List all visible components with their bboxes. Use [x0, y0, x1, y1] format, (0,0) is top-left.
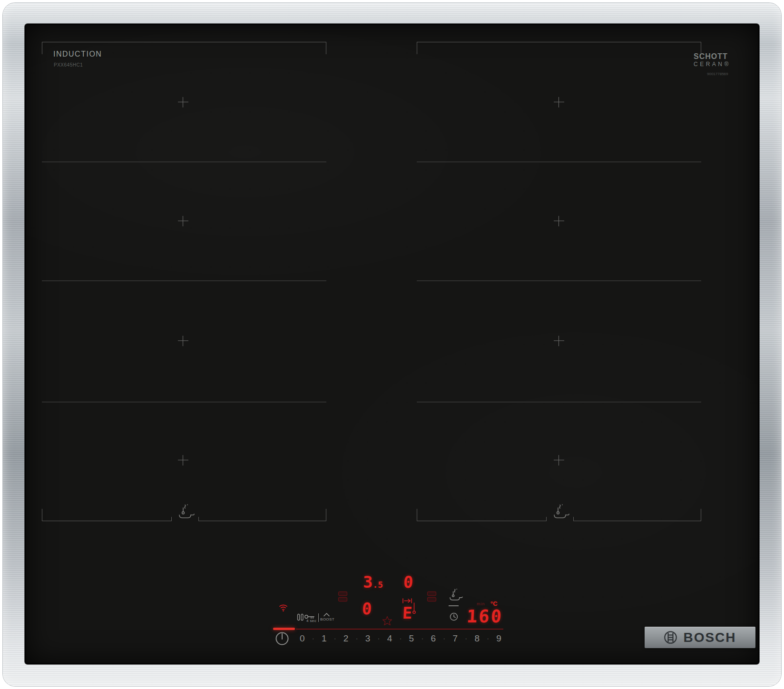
- boost-chevron-icon[interactable]: [323, 612, 330, 617]
- slider-dot: ·: [421, 635, 423, 641]
- slider-dot: ·: [378, 635, 380, 641]
- fry-sensor-icon: [550, 503, 570, 520]
- slider-number[interactable]: 7: [452, 634, 458, 643]
- flex-zone-icon: [338, 591, 348, 602]
- bosch-logo-plate: BOSCH: [645, 627, 755, 648]
- glass-brand-line2: CERAN®: [694, 61, 731, 68]
- plus-marker: [554, 336, 564, 346]
- fry-sensor-icon: [175, 503, 195, 520]
- timer-unit-label: min: [477, 602, 485, 606]
- ceramic-glass-surface: [25, 24, 759, 664]
- zone-line: [42, 42, 42, 54]
- slider-number[interactable]: 9: [496, 634, 501, 643]
- zone-line: [199, 521, 326, 521]
- zone-line: [417, 42, 417, 54]
- slider-dot: ·: [312, 635, 314, 641]
- zone-line: [574, 521, 701, 521]
- slider-number[interactable]: 0: [300, 634, 305, 643]
- slider-number[interactable]: 4: [387, 634, 392, 643]
- slider-active-segment[interactable]: [273, 628, 295, 630]
- zone-line: [42, 162, 326, 162]
- pause-icon[interactable]: [297, 613, 304, 621]
- clock-icon[interactable]: [449, 612, 459, 621]
- zone-line: [417, 521, 546, 521]
- type-label: INDUCTION: [53, 50, 102, 58]
- child-lock-hold-label: 4 sec: [306, 619, 316, 623]
- slider-number[interactable]: 6: [431, 634, 436, 643]
- zone-line: [546, 517, 547, 521]
- slider-number[interactable]: 5: [409, 634, 414, 643]
- zone-line: [417, 281, 701, 281]
- zone-line: [701, 509, 701, 521]
- plus-marker: [554, 455, 564, 466]
- bosch-wordmark: BOSCH: [683, 630, 736, 645]
- plus-marker: [554, 216, 564, 226]
- slider-dot: ·: [400, 635, 402, 641]
- left-front-power-display: 0: [362, 601, 372, 617]
- zone-line: [42, 521, 171, 521]
- right-front-status-display: E: [402, 605, 412, 621]
- slider-number[interactable]: 8: [474, 634, 480, 643]
- zone-line: [417, 402, 701, 402]
- left-rear-power-display: 3.5: [363, 574, 383, 590]
- plus-marker: [178, 455, 188, 466]
- zone-line: [42, 402, 326, 402]
- zone-line: [326, 509, 326, 521]
- zone-line: [42, 281, 326, 281]
- glass-serial: 9001778569: [707, 72, 728, 76]
- slider-number[interactable]: 2: [343, 634, 349, 643]
- boost-label[interactable]: BOOST: [320, 618, 334, 621]
- slider-dot: ·: [487, 635, 489, 641]
- bosch-emblem-icon: [664, 631, 677, 644]
- model-number: PXX645HC1: [54, 62, 83, 68]
- slider-number[interactable]: 1: [322, 634, 327, 643]
- control-divider: [318, 613, 319, 622]
- zone-line: [701, 42, 701, 54]
- seven-seg-digit: 3: [363, 573, 372, 592]
- zone-line: [417, 509, 417, 521]
- fry-temp-display: 160: [466, 608, 503, 625]
- thermometer-icon: [412, 602, 416, 615]
- zone-line: [198, 517, 199, 521]
- seven-seg-fraction: .5: [372, 580, 383, 590]
- star-icon[interactable]: [382, 615, 393, 627]
- slider-track[interactable]: [296, 629, 503, 630]
- plus-marker: [178, 336, 188, 346]
- sensor-underline: [449, 605, 459, 606]
- slider-dot: ·: [356, 635, 358, 641]
- slider-number[interactable]: 3: [365, 634, 371, 643]
- glass-brand-line1: SCHOTT: [694, 52, 728, 61]
- zone-line: [42, 42, 326, 42]
- flex-zone-icon: [427, 591, 437, 602]
- zone-line: [326, 42, 326, 54]
- slider-dot: ·: [443, 635, 445, 641]
- zone-line: [417, 162, 701, 162]
- plus-marker: [554, 97, 564, 107]
- plus-marker: [178, 216, 188, 226]
- zone-line: [417, 42, 701, 42]
- zone-line: [42, 509, 42, 521]
- slider-dot: ·: [465, 635, 467, 641]
- zone-line: [573, 517, 574, 521]
- induction-hob: INDUCTION PXX645HC1 SCHOTT CERAN® 900177…: [0, 0, 784, 689]
- power-level-slider[interactable]: 0 · 1 · 2 · 3 · 4 · 5 · 6 · 7 · 8 · 9: [300, 634, 501, 643]
- slider-dot: ·: [334, 635, 336, 641]
- right-rear-power-display: 0: [403, 574, 413, 590]
- zone-line: [171, 517, 172, 521]
- fry-sensor-key-icon[interactable]: [446, 588, 463, 602]
- wifi-icon: [278, 602, 289, 612]
- power-icon[interactable]: [274, 631, 290, 646]
- plus-marker: [178, 97, 188, 107]
